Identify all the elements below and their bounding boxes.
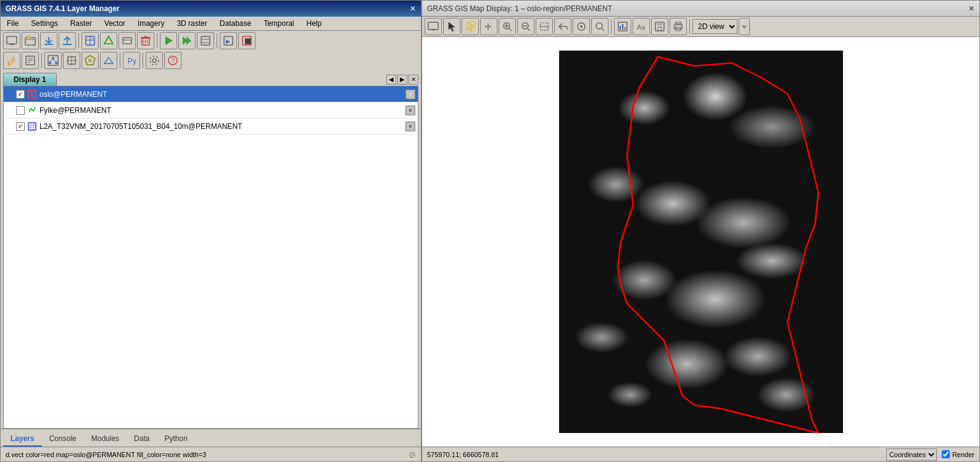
- menu-3draster[interactable]: 3D raster: [173, 18, 210, 29]
- menu-temporal[interactable]: Temporal: [260, 18, 297, 29]
- map-title: GRASS GIS Map Display: 1 – oslo-region/P…: [427, 4, 612, 13]
- tool-export[interactable]: ⬛: [238, 32, 255, 49]
- svg-rect-0: [7, 36, 17, 44]
- tab-modules[interactable]: Modules: [84, 432, 127, 447]
- display-tab[interactable]: Display 1: [3, 73, 57, 86]
- svg-text:⬛: ⬛: [244, 38, 252, 45]
- layer-name-2: L2A_T32VNM_20170705T105031_B04_10m@PERMA…: [39, 122, 405, 131]
- view-dropdown-btn[interactable]: [739, 18, 750, 35]
- map-tool-zoom-select[interactable]: [591, 18, 608, 35]
- map-tool-save[interactable]: [651, 18, 668, 35]
- map-close-btn[interactable]: ✕: [968, 4, 974, 13]
- svg-point-51: [152, 59, 156, 62]
- tab-layers[interactable]: Layers: [3, 432, 42, 447]
- svg-line-78: [602, 28, 604, 31]
- map-toolbar: ✛ Aa: [422, 17, 979, 37]
- layer-row-0[interactable]: oslo@PERMANENT ×: [4, 86, 418, 102]
- svg-point-77: [596, 23, 602, 29]
- svg-rect-61: [428, 22, 438, 30]
- svg-rect-24: [201, 36, 210, 45]
- layer-row-2[interactable]: L2A_T32VNM_20170705T105031_B04_10m@PERMA…: [4, 118, 418, 134]
- tool-help-btn[interactable]: ?: [164, 52, 181, 69]
- menu-help[interactable]: Help: [303, 18, 326, 29]
- tab-data[interactable]: Data: [127, 432, 157, 447]
- map-tool-print[interactable]: [670, 18, 687, 35]
- map-tool-analyze[interactable]: [614, 18, 631, 35]
- map-tool-zoom-region[interactable]: [536, 18, 553, 35]
- svg-text:?: ?: [171, 57, 175, 64]
- svg-text:✛: ✛: [484, 22, 492, 31]
- layer-row-1[interactable]: Fylke@PERMANENT ×: [4, 102, 418, 118]
- map-tool-decoration[interactable]: Aa: [633, 18, 650, 35]
- view-select[interactable]: 2D view 3D view: [692, 19, 737, 34]
- svg-point-52: [150, 56, 159, 65]
- map-tool-pointer[interactable]: [443, 18, 460, 35]
- tab-console[interactable]: Console: [42, 432, 84, 447]
- tool-cartography[interactable]: [81, 52, 99, 69]
- tool-add-group[interactable]: [118, 32, 136, 49]
- layer-manager: GRASS GIS 7.4.1 Layer Manager ✕ File Set…: [0, 0, 421, 462]
- tool-load-map[interactable]: [40, 32, 57, 49]
- menu-bar: File Settings Raster Vector Imagery 3D r…: [1, 17, 421, 31]
- tool-add-raster[interactable]: +: [81, 32, 99, 49]
- svg-text:Aa: Aa: [637, 23, 646, 31]
- svg-point-48: [88, 59, 92, 62]
- tool-nviz[interactable]: [100, 52, 117, 69]
- map-tool-query[interactable]: [462, 18, 479, 35]
- map-boundary-overlay: [559, 51, 843, 433]
- svg-text:+: +: [110, 38, 112, 42]
- tab-python[interactable]: Python: [157, 432, 194, 447]
- svg-marker-21: [165, 36, 173, 45]
- tool-new-mapset[interactable]: [22, 32, 39, 49]
- layer-checkbox-1[interactable]: [16, 106, 25, 115]
- tool-delete-layer[interactable]: [137, 32, 154, 49]
- tool-query[interactable]: [22, 52, 39, 69]
- svg-point-39: [52, 57, 54, 59]
- tab-collapse-btn[interactable]: ◀: [386, 75, 396, 85]
- layer-action-0[interactable]: ×: [405, 89, 415, 99]
- coords-type-select[interactable]: Coordinates: [886, 448, 937, 461]
- status-text: d.vect color=red map=oslo@PERMANENT fill…: [6, 451, 409, 458]
- map-tool-zoom-back[interactable]: [554, 18, 571, 35]
- map-tool-pan[interactable]: ✛: [480, 18, 497, 35]
- menu-imagery[interactable]: Imagery: [134, 18, 168, 29]
- tool-georectify[interactable]: [63, 52, 80, 69]
- layer-icon-0: [27, 89, 37, 99]
- layer-action-2[interactable]: ×: [405, 122, 415, 131]
- tool-add-vector[interactable]: +: [100, 32, 117, 49]
- map-canvas: [422, 37, 979, 447]
- tool-new-display[interactable]: [3, 32, 20, 49]
- layer-checkbox-0[interactable]: [16, 90, 25, 99]
- map-toolbar-sep-1: [611, 19, 612, 34]
- bottom-tabs: Layers Console Modules Data Python: [1, 429, 421, 447]
- tool-mapset-tree[interactable]: [44, 52, 62, 69]
- menu-raster[interactable]: Raster: [67, 18, 96, 29]
- layer-manager-title-bar: GRASS GIS 7.4.1 Layer Manager ✕: [1, 1, 421, 17]
- tool-edit[interactable]: [3, 52, 20, 69]
- tool-settings-app[interactable]: [146, 52, 163, 69]
- tool-import[interactable]: ▶: [220, 32, 237, 49]
- menu-vector[interactable]: Vector: [101, 18, 129, 29]
- render-checkbox[interactable]: [942, 450, 950, 458]
- map-tool-zoom-out[interactable]: [517, 18, 534, 35]
- tool-render[interactable]: [160, 32, 177, 49]
- tool-python-shell[interactable]: Py: [123, 52, 140, 69]
- map-tool-zoom-default[interactable]: [573, 18, 590, 35]
- tool-save-map[interactable]: [59, 32, 76, 49]
- map-tool-display[interactable]: [425, 18, 442, 35]
- layer-action-1[interactable]: ×: [405, 105, 415, 115]
- menu-settings[interactable]: Settings: [27, 18, 61, 29]
- map-tool-zoom-in[interactable]: [499, 18, 516, 35]
- menu-database[interactable]: Database: [216, 18, 255, 29]
- tab-expand-btn[interactable]: ▶: [397, 75, 407, 85]
- layer-checkbox-2[interactable]: [16, 122, 25, 131]
- svg-rect-13: [123, 38, 131, 44]
- tab-close-btn[interactable]: ✕: [409, 75, 418, 85]
- menu-file[interactable]: File: [3, 18, 22, 29]
- layer-manager-close-btn[interactable]: ✕: [410, 4, 416, 13]
- tool-render-all[interactable]: [178, 32, 196, 49]
- status-bar: d.vect color=red map=oslo@PERMANENT fill…: [1, 447, 421, 461]
- toolbar-sep-5: [120, 53, 120, 68]
- tool-settings-display[interactable]: [197, 32, 214, 49]
- map-toolbar-sep-2: [689, 19, 690, 34]
